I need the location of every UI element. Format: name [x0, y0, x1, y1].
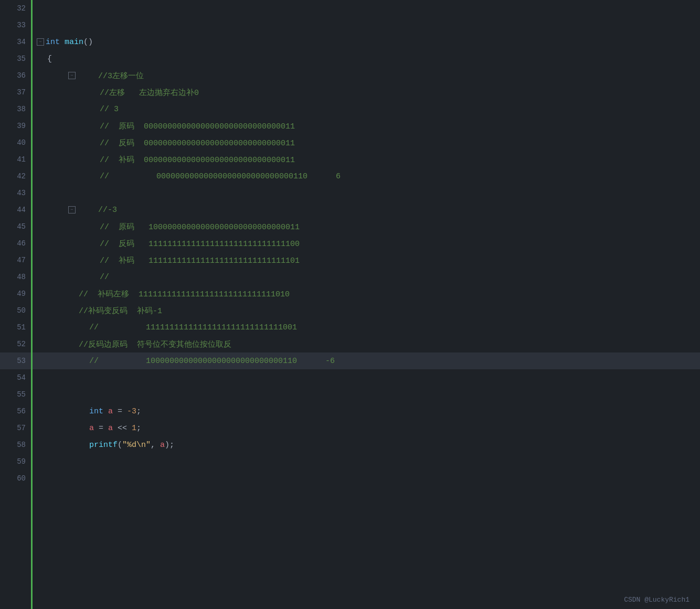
line-number: 46	[0, 235, 31, 252]
cmt-token: // 补码 00000000000000000000000000000011	[100, 155, 295, 165]
cmt-token: //-3	[98, 206, 117, 215]
line-number: 52	[0, 336, 31, 352]
line-number: 55	[0, 386, 31, 403]
fold-button[interactable]: −	[37, 38, 44, 46]
var-token: a	[160, 441, 165, 450]
punc-token: (	[118, 441, 122, 450]
line-number: 35	[0, 50, 31, 67]
code-line	[33, 470, 700, 487]
line-number: 34	[0, 34, 31, 50]
code-line: // 反码 11111111111111111111111111111100	[33, 235, 700, 252]
code-line: //左移 左边抛弃右边补0	[33, 84, 700, 101]
var-token: a	[108, 424, 113, 433]
line-number: 54	[0, 369, 31, 386]
code-line: int a = -3;	[33, 403, 700, 420]
str-token: "%d\n"	[122, 441, 151, 450]
cmt-token: //	[100, 273, 109, 282]
punc-token: {	[47, 55, 52, 63]
line-number: 53	[0, 352, 31, 369]
fn-token: printf	[89, 441, 118, 450]
plain-token	[60, 38, 65, 47]
code-line: //补码变反码 补码-1	[33, 302, 700, 319]
line-number: 45	[0, 218, 31, 235]
punc-token: ,	[151, 441, 160, 450]
code-line: −int main()	[33, 34, 700, 50]
watermark: CSDN @LuckyRich1	[624, 596, 690, 604]
code-editor: 3233343536373839404142434445464748495051…	[0, 0, 700, 609]
code-line: // 原码 00000000000000000000000000000011	[33, 117, 700, 134]
line-numbers: 3233343536373839404142434445464748495051…	[0, 0, 33, 609]
line-number: 51	[0, 319, 31, 336]
fold-button[interactable]: −	[68, 72, 76, 79]
code-line: //	[33, 269, 700, 285]
cmt-token: //3左移一位	[98, 71, 144, 81]
num-token: 1	[132, 424, 136, 433]
cmt-token: // 00000000000000000000000000000110 6	[100, 172, 341, 181]
line-number: 40	[0, 134, 31, 151]
plain-token: =	[94, 424, 108, 433]
code-line: // 补码左移 11111111111111111111111111111010	[33, 285, 700, 302]
code-line: −//3左移一位	[33, 67, 700, 84]
line-number: 32	[0, 0, 31, 17]
var-token: a	[89, 424, 94, 433]
line-number: 33	[0, 17, 31, 34]
kw-token: int	[46, 38, 60, 47]
var-token: a	[108, 407, 113, 416]
code-line: // 补码 11111111111111111111111111111101	[33, 252, 700, 269]
code-line: {	[33, 50, 700, 67]
cmt-token: //补码变反码 补码-1	[79, 306, 162, 316]
fold-button[interactable]: −	[68, 206, 76, 213]
line-number: 49	[0, 285, 31, 302]
code-line: // 3	[33, 101, 700, 117]
cmt-token: // 3	[100, 105, 119, 114]
code-line	[33, 17, 700, 34]
line-number: 41	[0, 151, 31, 168]
cmt-token: // 原码 00000000000000000000000000000011	[100, 121, 295, 131]
code-line: a = a << 1;	[33, 420, 700, 436]
line-number: 56	[0, 403, 31, 420]
cmt-token: // 11111111111111111111111111111001	[89, 323, 297, 332]
code-line: // 原码 10000000000000000000000000000011	[33, 218, 700, 235]
line-number: 37	[0, 84, 31, 101]
code-line: // 10000000000000000000000000000110 -6	[33, 352, 700, 369]
code-line: //反码边原码 符号位不变其他位按位取反	[33, 336, 700, 352]
code-content: −int main(){−//3左移一位//左移 左边抛弃右边补0// 3// …	[33, 0, 700, 609]
code-line	[33, 0, 700, 17]
line-number: 59	[0, 453, 31, 470]
line-number: 44	[0, 201, 31, 218]
code-line	[33, 369, 700, 386]
line-number: 38	[0, 101, 31, 117]
code-line	[33, 386, 700, 403]
line-number: 58	[0, 436, 31, 453]
line-number: 36	[0, 67, 31, 84]
cmt-token: //左移 左边抛弃右边补0	[100, 88, 199, 98]
code-line: // 11111111111111111111111111111001	[33, 319, 700, 336]
line-number: 50	[0, 302, 31, 319]
punc-token: );	[165, 441, 174, 450]
line-number: 47	[0, 252, 31, 269]
punc-token: ;	[136, 424, 141, 433]
cmt-token: // 补码 11111111111111111111111111111101	[100, 255, 300, 265]
plain-token: <<	[113, 424, 132, 433]
code-line	[33, 185, 700, 201]
cmt-token: // 原码 10000000000000000000000000000011	[100, 222, 300, 232]
cmt-token: // 反码 11111111111111111111111111111100	[100, 239, 300, 249]
line-number: 60	[0, 470, 31, 487]
line-number: 48	[0, 269, 31, 285]
code-line: // 补码 00000000000000000000000000000011	[33, 151, 700, 168]
num-token: -3	[127, 407, 136, 416]
fn-token: main	[65, 38, 83, 47]
plain-token	[103, 407, 108, 416]
cmt-token: // 反码 00000000000000000000000000000011	[100, 138, 295, 148]
line-number: 57	[0, 420, 31, 436]
code-line: // 00000000000000000000000000000110 6	[33, 168, 700, 185]
code-line: printf("%d\n", a);	[33, 436, 700, 453]
code-line: −//-3	[33, 201, 700, 218]
line-number: 42	[0, 168, 31, 185]
kw-token: int	[89, 407, 103, 416]
line-number: 39	[0, 117, 31, 134]
plain-token: =	[113, 407, 127, 416]
punc-token: ;	[136, 407, 141, 416]
punc-token: ()	[83, 38, 93, 47]
code-line: // 反码 00000000000000000000000000000011	[33, 134, 700, 151]
